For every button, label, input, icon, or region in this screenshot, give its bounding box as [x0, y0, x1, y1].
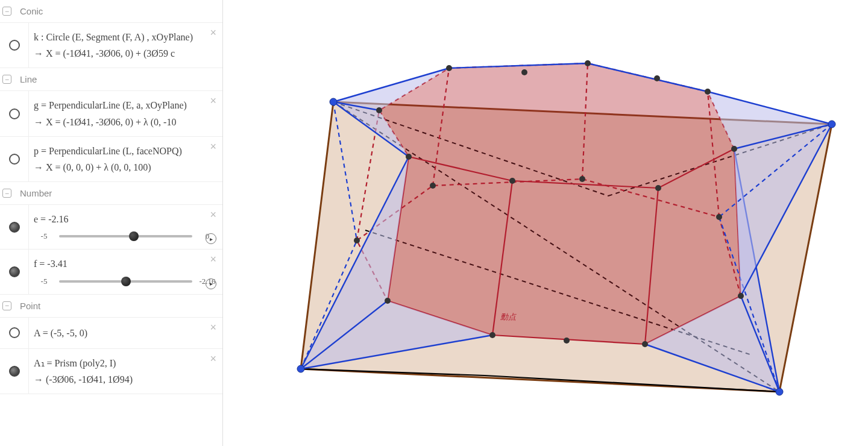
- svg-point-12: [509, 178, 515, 184]
- svg-point-18: [376, 107, 382, 113]
- svg-point-4: [489, 332, 495, 338]
- visibility-toggle[interactable]: [0, 205, 29, 249]
- delete-icon[interactable]: ×: [210, 253, 216, 266]
- object-line1: k : Circle (E, Segment (F, A) , xOyPlane…: [34, 29, 218, 45]
- category-label: Conic: [20, 6, 43, 16]
- category-conic[interactable]: − Conic: [0, 0, 222, 23]
- visibility-marble[interactable]: [9, 222, 20, 233]
- graphics3d-view[interactable]: 動点: [223, 0, 868, 446]
- svg-point-16: [585, 60, 591, 66]
- object-line2: → X = (-1Ø41, -3Ø06, 0) + λ (0, -10: [34, 114, 218, 130]
- svg-point-13: [655, 185, 661, 191]
- object-row-k[interactable]: k : Circle (E, Segment (F, A) , xOyPlane…: [0, 23, 222, 68]
- svg-point-19: [406, 154, 412, 160]
- svg-point-20: [564, 338, 570, 344]
- object-row-p[interactable]: p = PerpendicularLine (L, faceNOPQ) → X …: [0, 137, 222, 182]
- drawing-canvas[interactable]: 動点: [223, 0, 868, 446]
- object-row-A1[interactable]: A₁ = Prism (poly2, I) → (-3Ø06, -1Ø41, 1…: [0, 349, 222, 394]
- visibility-marble[interactable]: [9, 266, 20, 277]
- svg-point-6: [738, 293, 744, 299]
- svg-point-9: [430, 183, 436, 189]
- svg-point-8: [579, 176, 585, 182]
- collapse-icon[interactable]: −: [2, 301, 11, 310]
- slider-track[interactable]: [59, 280, 192, 283]
- visibility-toggle[interactable]: [0, 23, 29, 68]
- visibility-marble[interactable]: [9, 108, 20, 119]
- slider-min: -5: [34, 230, 54, 243]
- slider[interactable]: -5 0: [34, 230, 218, 243]
- delete-icon[interactable]: ×: [210, 209, 216, 221]
- slider[interactable]: -5 -2.16: [34, 275, 218, 288]
- category-number[interactable]: − Number: [0, 182, 222, 205]
- collapse-icon[interactable]: −: [2, 7, 11, 16]
- svg-point-11: [385, 298, 391, 304]
- svg-point-0: [330, 98, 337, 105]
- collapse-icon[interactable]: −: [2, 75, 11, 84]
- object-row-e[interactable]: e = -2.16 -5 0 × ▸: [0, 205, 222, 250]
- svg-point-14: [731, 146, 737, 152]
- svg-point-2: [776, 388, 783, 395]
- delete-icon[interactable]: ×: [210, 321, 216, 334]
- object-line1: p = PerpendicularLine (L, faceNOPQ): [34, 143, 218, 159]
- slider-thumb[interactable]: [121, 277, 131, 286]
- visibility-toggle[interactable]: [0, 318, 29, 348]
- svg-point-21: [521, 69, 527, 75]
- object-line1: g = PerpendicularLine (E, a, xOyPlane): [34, 97, 218, 113]
- object-definition[interactable]: e = -2.16 -5 0: [29, 205, 222, 249]
- algebra-panel[interactable]: − Conic k : Circle (E, Segment (F, A) , …: [0, 0, 223, 446]
- delete-icon[interactable]: ×: [210, 27, 216, 39]
- slider-thumb[interactable]: [129, 231, 139, 241]
- visibility-toggle[interactable]: [0, 250, 29, 294]
- svg-point-15: [705, 89, 711, 95]
- object-line2: → (-3Ø06, -1Ø41, 1Ø94): [34, 371, 218, 388]
- object-line1: A = (-5, -5, 0): [34, 325, 218, 341]
- svg-point-1: [828, 121, 835, 128]
- visibility-toggle[interactable]: [0, 137, 29, 181]
- category-label: Point: [20, 301, 40, 311]
- visibility-marble[interactable]: [9, 327, 20, 338]
- object-definition[interactable]: A₁ = Prism (poly2, I) → (-3Ø06, -1Ø41, 1…: [29, 349, 222, 394]
- category-label: Number: [20, 188, 52, 198]
- visibility-marble[interactable]: [9, 366, 20, 377]
- object-row-A[interactable]: A = (-5, -5, 0) ×: [0, 318, 222, 349]
- category-point[interactable]: − Point: [0, 295, 222, 318]
- svg-point-3: [297, 365, 304, 372]
- category-label: Line: [20, 74, 37, 84]
- moving-point-label: 動点: [500, 312, 517, 321]
- svg-point-10: [354, 237, 360, 243]
- delete-icon[interactable]: ×: [210, 95, 216, 107]
- svg-point-17: [446, 65, 452, 71]
- svg-point-7: [716, 214, 722, 220]
- object-definition[interactable]: k : Circle (E, Segment (F, A) , xOyPlane…: [29, 23, 222, 68]
- visibility-toggle[interactable]: [0, 349, 29, 394]
- object-line2: → X = (0, 0, 0) + λ (0, 0, 100): [34, 159, 218, 175]
- object-line1: f = -3.41: [34, 256, 218, 272]
- object-line2: → X = (-1Ø41, -3Ø06, 0) + (3Ø59 c: [34, 45, 218, 61]
- play-animation-icon[interactable]: ▸: [206, 278, 216, 289]
- object-definition[interactable]: g = PerpendicularLine (E, a, xOyPlane) →…: [29, 91, 222, 136]
- delete-icon[interactable]: ×: [210, 353, 216, 365]
- visibility-marble[interactable]: [9, 154, 20, 165]
- visibility-toggle[interactable]: [0, 91, 29, 136]
- collapse-icon[interactable]: −: [2, 189, 11, 198]
- object-row-f[interactable]: f = -3.41 -5 -2.16 × ▸: [0, 250, 222, 294]
- object-row-g[interactable]: g = PerpendicularLine (E, a, xOyPlane) →…: [0, 91, 222, 136]
- slider-track[interactable]: [59, 235, 192, 237]
- svg-point-5: [642, 341, 648, 347]
- object-definition[interactable]: f = -3.41 -5 -2.16: [29, 250, 222, 294]
- svg-point-22: [654, 75, 660, 81]
- delete-icon[interactable]: ×: [210, 140, 216, 153]
- prism-side-1: [492, 181, 658, 344]
- slider-min: -5: [34, 275, 54, 288]
- object-line1: e = -2.16: [34, 211, 218, 227]
- category-line[interactable]: − Line: [0, 68, 222, 91]
- object-line1: A₁ = Prism (poly2, I): [34, 355, 218, 371]
- object-definition[interactable]: A = (-5, -5, 0): [29, 319, 222, 347]
- visibility-marble[interactable]: [9, 40, 20, 51]
- object-definition[interactable]: p = PerpendicularLine (L, faceNOPQ) → X …: [29, 137, 222, 181]
